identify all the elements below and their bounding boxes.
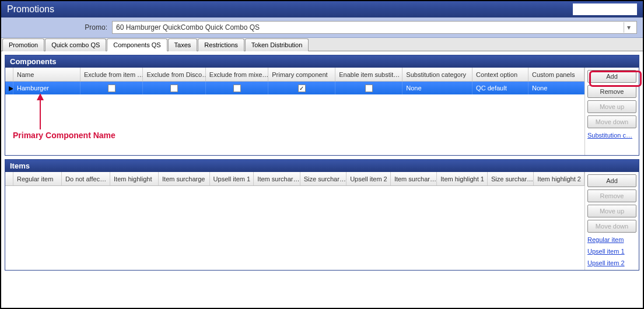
col-item-surcharge-2[interactable]: Item surchar… <box>391 172 437 185</box>
remove-button[interactable]: Remove <box>587 85 636 98</box>
col-item-highlight[interactable]: Item highlight <box>110 172 159 185</box>
items-side-buttons: Add Remove Move up Move down Regular ite… <box>585 172 639 270</box>
cell-name[interactable]: Hamburger <box>13 82 80 94</box>
promo-row: Promo: 60 Hamburger QuickCombo Quick Com… <box>1 17 643 38</box>
col-upsell-item-1[interactable]: Upsell item 1 <box>210 172 254 185</box>
col-primary-component[interactable]: Primary component <box>268 68 335 81</box>
row-indicator-header <box>5 172 13 185</box>
items-panel-header: Items <box>5 160 639 172</box>
annotation-label: Primary Component Name <box>13 131 116 140</box>
upsell-item-2-link[interactable]: Upsell item 2 <box>587 258 636 268</box>
checkbox-icon[interactable] <box>365 85 373 92</box>
checkbox-icon[interactable] <box>108 85 116 92</box>
cell-exclude-mixed[interactable] <box>206 82 268 94</box>
tab-token-distribution[interactable]: Token Distribution <box>245 38 309 51</box>
tab-promotion[interactable]: Promotion <box>2 38 44 51</box>
cell-exclude-disco[interactable] <box>143 82 205 94</box>
col-regular-item[interactable]: Regular item <box>13 172 62 185</box>
cell-custom-panels[interactable]: None <box>528 82 584 94</box>
col-enable-substitution[interactable]: Enable item substit… <box>335 68 402 81</box>
col-item-surcharge[interactable]: Item surcharge <box>159 172 210 185</box>
move-down-button[interactable]: Move down <box>587 115 636 128</box>
components-side-buttons: Add Remove Move up Move down Substitutio… <box>585 68 639 155</box>
promo-value: 60 Hamburger QuickCombo Quick Combo QS <box>116 23 260 31</box>
col-exclude-disco[interactable]: Exclude from Disco… <box>143 68 205 81</box>
upsell-item-1-link[interactable]: Upsell item 1 <box>587 247 636 256</box>
component-row[interactable]: ▶ Hamburger ✓ None QC default None <box>5 82 584 94</box>
checkbox-icon[interactable] <box>170 85 178 92</box>
regular-item-link[interactable]: Regular item <box>587 235 636 244</box>
row-indicator-icon: ▶ <box>5 82 13 94</box>
page-title: Promotions <box>7 4 54 15</box>
row-indicator-header <box>5 68 13 81</box>
col-context-option[interactable]: Context option <box>473 68 528 81</box>
col-do-not-affect[interactable]: Do not affec… <box>62 172 110 185</box>
move-down-button[interactable]: Move down <box>587 220 636 233</box>
add-button[interactable]: Add <box>587 174 636 187</box>
remove-button[interactable]: Remove <box>587 189 636 202</box>
checkbox-checked-icon[interactable]: ✓ <box>298 85 306 92</box>
cell-substitution-category[interactable]: None <box>402 82 473 94</box>
items-grid[interactable]: Regular item Do not affec… Item highligh… <box>5 172 585 270</box>
tabs: Promotion Quick combo QS Components QS T… <box>1 38 643 51</box>
col-size-surcharge-2[interactable]: Size surchar… <box>488 172 534 185</box>
col-exclude-mixed[interactable]: Exclude from mixe… <box>206 68 268 81</box>
tab-restrictions[interactable]: Restrictions <box>198 38 244 51</box>
checkbox-icon[interactable] <box>233 85 241 92</box>
col-item-surcharge-1[interactable]: Item surchar… <box>254 172 300 185</box>
cell-context-option[interactable]: QC default <box>473 82 528 94</box>
components-panel-header: Components <box>5 55 639 68</box>
move-up-button[interactable]: Move up <box>587 100 636 113</box>
components-panel: Components Name Exclude from item … Excl… <box>5 55 639 156</box>
substitution-link[interactable]: Substitution c… <box>587 131 636 140</box>
chevron-down-icon: ▾ <box>624 22 633 33</box>
add-button[interactable]: Add <box>587 70 636 83</box>
move-up-button[interactable]: Move up <box>587 205 636 217</box>
cell-primary-component[interactable]: ✓ <box>268 82 335 94</box>
col-exclude-item[interactable]: Exclude from item … <box>80 68 143 81</box>
tab-quick-combo-qs[interactable]: Quick combo QS <box>45 38 106 51</box>
components-grid[interactable]: Name Exclude from item … Exclude from Di… <box>5 68 585 155</box>
col-name[interactable]: Name <box>13 68 80 81</box>
col-item-highlight-1[interactable]: Item highlight 1 <box>437 172 488 185</box>
promo-dropdown[interactable]: 60 Hamburger QuickCombo Quick Combo QS ▾ <box>112 21 637 34</box>
col-substitution-category[interactable]: Substitution category <box>402 68 473 81</box>
col-upsell-item-2[interactable]: Upsell item 2 <box>346 172 391 185</box>
tab-components-qs[interactable]: Components QS <box>107 38 167 51</box>
items-header-row: Regular item Do not affec… Item highligh… <box>5 172 584 186</box>
col-size-surcharge-1[interactable]: Size surchar… <box>300 172 346 185</box>
col-item-highlight-2[interactable]: Item highlight 2 <box>534 172 584 185</box>
title-search-box[interactable] <box>573 3 637 15</box>
components-header-row: Name Exclude from item … Exclude from Di… <box>5 68 584 82</box>
cell-exclude-item[interactable] <box>80 82 143 94</box>
tab-taxes[interactable]: Taxes <box>168 38 198 51</box>
cell-enable-substitution[interactable] <box>335 82 402 94</box>
page-title-bar: Promotions <box>1 1 643 17</box>
items-panel: Items Regular item Do not affec… Item hi… <box>5 159 639 271</box>
promo-label: Promo: <box>7 23 112 31</box>
col-custom-panels[interactable]: Custom panels <box>528 68 584 81</box>
